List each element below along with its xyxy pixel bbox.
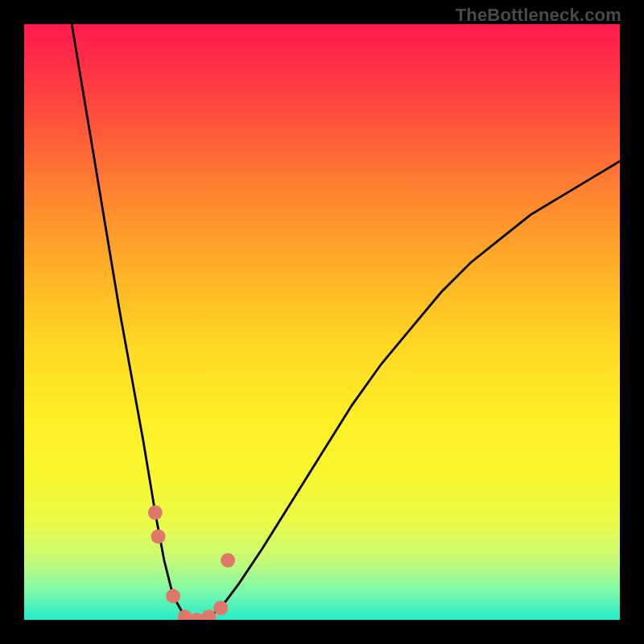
highlight-dot [166,588,180,603]
highlight-dot [201,609,216,620]
highlight-dot [221,553,235,568]
highlight-dot [151,529,166,543]
highlight-dots [148,506,235,620]
watermark-text: TheBottleneck.com [456,5,621,26]
chart-frame: TheBottleneck.com [0,0,644,644]
highlight-dot [148,506,163,520]
highlight-dot [213,601,228,615]
plot-area [24,24,620,620]
curve-svg [24,24,620,620]
bottleneck-curve [72,24,620,620]
